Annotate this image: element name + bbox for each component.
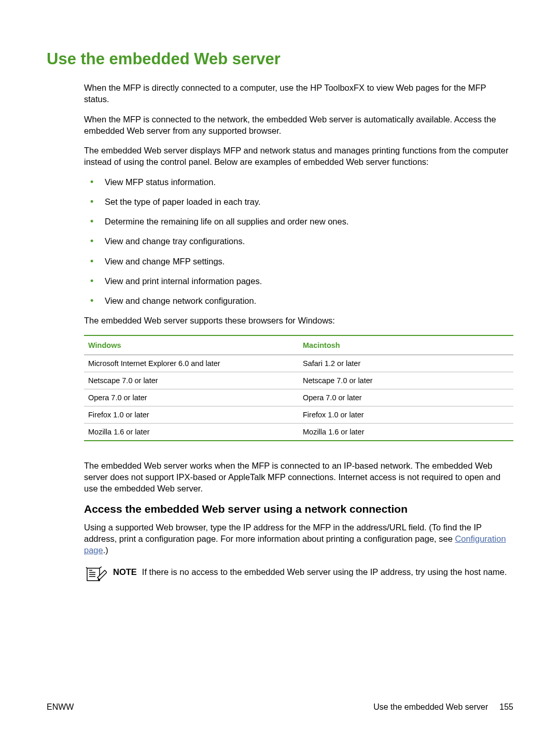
table-row: Firefox 1.0 or later Firefox 1.0 or late… — [84, 406, 513, 423]
list-item: View MFP status information. — [84, 176, 513, 188]
access-paragraph: Using a supported Web browser, type the … — [84, 522, 513, 556]
footer-page-number: 155 — [499, 702, 513, 712]
note-icon — [84, 565, 107, 586]
table-cell: Mozilla 1.6 or later — [299, 423, 513, 441]
network-paragraph: The embedded Web server works when the M… — [84, 460, 513, 495]
list-item: View and change tray configurations. — [84, 235, 513, 247]
page-title: Use the embedded Web server — [47, 50, 513, 68]
access-text-post: .) — [103, 545, 108, 555]
intro-paragraph-2: When the MFP is connected to the network… — [84, 114, 513, 137]
table-cell: Opera 7.0 or later — [84, 389, 299, 406]
table-header-macintosh: Macintosh — [299, 335, 513, 355]
table-cell: Netscape 7.0 or later — [84, 372, 299, 389]
list-item: Determine the remaining life on all supp… — [84, 216, 513, 227]
table-cell: Mozilla 1.6 or later — [84, 423, 299, 441]
footer-left: ENWW — [47, 702, 74, 712]
table-cell: Safari 1.2 or later — [299, 355, 513, 372]
table-row: Mozilla 1.6 or later Mozilla 1.6 or late… — [84, 423, 513, 441]
note-label: NOTE — [113, 567, 137, 577]
table-row: Netscape 7.0 or later Netscape 7.0 or la… — [84, 372, 513, 389]
table-cell: Opera 7.0 or later — [299, 389, 513, 406]
intro-paragraph-3: The embedded Web server displays MFP and… — [84, 145, 513, 168]
note-body: If there is no access to the embedded We… — [142, 567, 507, 577]
footer-section-title: Use the embedded Web server — [373, 702, 488, 712]
note-box: NOTEIf there is no access to the embedde… — [84, 565, 513, 586]
list-item: View and print internal information page… — [84, 275, 513, 287]
table-header-windows: Windows — [84, 335, 299, 355]
browsers-intro: The embedded Web server supports these b… — [84, 315, 513, 326]
note-text: NOTEIf there is no access to the embedde… — [113, 565, 513, 578]
table-cell: Netscape 7.0 or later — [299, 372, 513, 389]
section-heading-access: Access the embedded Web server using a n… — [84, 503, 513, 515]
list-item: View and change network configuration. — [84, 295, 513, 306]
table-row: Microsoft Internet Explorer 6.0 and late… — [84, 355, 513, 372]
table-cell: Microsoft Internet Explorer 6.0 and late… — [84, 355, 299, 372]
browser-support-table: Windows Macintosh Microsoft Internet Exp… — [84, 335, 513, 441]
table-cell: Firefox 1.0 or later — [299, 406, 513, 423]
access-text-pre: Using a supported Web browser, type the … — [84, 523, 482, 543]
functions-list: View MFP status information. Set the typ… — [84, 176, 513, 307]
page-footer: ENWW Use the embedded Web server 155 — [47, 702, 513, 712]
table-row: Opera 7.0 or later Opera 7.0 or later — [84, 389, 513, 406]
list-item: View and change MFP settings. — [84, 256, 513, 267]
table-cell: Firefox 1.0 or later — [84, 406, 299, 423]
intro-paragraph-1: When the MFP is directly connected to a … — [84, 82, 513, 105]
list-item: Set the type of paper loaded in each tra… — [84, 196, 513, 207]
